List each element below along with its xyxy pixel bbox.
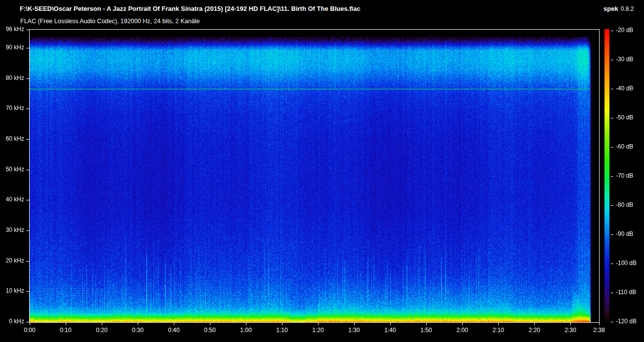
time-tick-label: 0:10 bbox=[55, 327, 77, 334]
legend-tick-label: -100 dB bbox=[616, 260, 637, 266]
frequency-tick bbox=[26, 109, 29, 109]
time-tick bbox=[138, 323, 138, 325]
frequency-tick bbox=[26, 78, 29, 79]
time-tick bbox=[282, 323, 282, 325]
time-tick bbox=[390, 323, 391, 325]
legend-tick-label: -110 dB bbox=[616, 289, 636, 296]
legend-tick bbox=[611, 89, 613, 89]
time-tick bbox=[246, 323, 246, 325]
legend-tick bbox=[611, 205, 613, 206]
time-tick-label: 2:30 bbox=[560, 327, 581, 334]
legend-tick bbox=[611, 60, 613, 60]
app-version: 0.8.2 bbox=[621, 5, 634, 12]
time-tick-label: 1:50 bbox=[415, 327, 437, 334]
legend-tick bbox=[611, 118, 613, 118]
legend-tick bbox=[611, 31, 613, 31]
time-tick-label: 1:10 bbox=[271, 327, 293, 334]
frequency-tick bbox=[26, 30, 29, 30]
frequency-tick-label: 50 kHz bbox=[0, 166, 24, 173]
time-tick-label: 0:50 bbox=[199, 327, 221, 334]
time-tick-label: 0:00 bbox=[19, 327, 40, 334]
legend-tick-label: -30 dB bbox=[616, 56, 633, 63]
time-tick bbox=[174, 323, 174, 325]
app-name: spek bbox=[604, 5, 618, 12]
frequency-tick-label: 40 kHz bbox=[0, 196, 24, 203]
time-tick bbox=[210, 323, 210, 325]
legend-tick-label: -70 dB bbox=[616, 172, 633, 179]
frequency-tick bbox=[26, 170, 29, 170]
time-tick-label: 1:40 bbox=[379, 327, 401, 334]
time-tick-label: 2:38 bbox=[588, 327, 610, 334]
time-tick bbox=[534, 323, 535, 325]
time-tick bbox=[318, 323, 319, 325]
frequency-tick-label: 60 kHz bbox=[0, 135, 24, 142]
time-tick bbox=[570, 323, 571, 325]
frequency-tick-label: 30 kHz bbox=[0, 227, 24, 233]
time-tick-label: 0:20 bbox=[91, 327, 113, 334]
time-tick bbox=[599, 323, 600, 325]
frequency-tick bbox=[26, 230, 29, 231]
spek-window: F:\K-SEED\Oscar Peterson - A Jazz Portra… bbox=[0, 0, 644, 342]
frequency-tick bbox=[26, 200, 29, 200]
legend-colorbar bbox=[604, 29, 609, 322]
frequency-tick-label: 70 kHz bbox=[0, 105, 24, 112]
frequency-tick-label: 10 kHz bbox=[0, 287, 24, 294]
time-tick-label: 1:00 bbox=[235, 327, 257, 334]
legend-tick-label: -90 dB bbox=[616, 230, 633, 237]
time-tick-label: 2:10 bbox=[487, 327, 509, 334]
legend-tick-label: -80 dB bbox=[616, 201, 633, 208]
legend-tick bbox=[611, 176, 613, 177]
frequency-tick bbox=[26, 261, 29, 262]
time-tick-label: 1:20 bbox=[307, 327, 329, 334]
frequency-tick-label: 90 kHz bbox=[0, 44, 24, 51]
legend-tick-label: -20 dB bbox=[616, 27, 633, 34]
time-tick bbox=[102, 323, 102, 325]
legend-tick-label: -50 dB bbox=[616, 114, 633, 121]
spectrogram-canvas bbox=[30, 30, 599, 322]
time-tick-label: 2:00 bbox=[451, 327, 473, 334]
time-tick bbox=[426, 323, 427, 325]
time-tick bbox=[354, 323, 355, 325]
frequency-tick bbox=[26, 322, 29, 322]
legend-tick-label: -40 dB bbox=[616, 85, 633, 92]
frequency-tick-label: 20 kHz bbox=[0, 257, 24, 264]
time-tick bbox=[498, 323, 499, 325]
app-version-badge: spek0.8.2 bbox=[604, 5, 634, 12]
frequency-tick bbox=[26, 139, 29, 140]
legend-tick-label: -60 dB bbox=[616, 143, 633, 150]
time-tick-label: 0:40 bbox=[163, 327, 185, 334]
legend-tick bbox=[611, 147, 613, 148]
time-tick bbox=[66, 323, 66, 325]
legend-tick bbox=[611, 293, 613, 293]
legend-tick bbox=[611, 264, 613, 264]
time-tick-label: 1:30 bbox=[343, 327, 365, 334]
legend-tick bbox=[611, 234, 613, 235]
frequency-tick bbox=[26, 291, 29, 292]
audio-format-info: FLAC (Free Lossless Audio Codec), 192000… bbox=[20, 18, 200, 25]
time-tick bbox=[30, 323, 30, 325]
legend-tick-label: -120 dB bbox=[616, 318, 637, 325]
time-tick bbox=[462, 323, 463, 325]
frequency-tick-label: 0 kHz bbox=[0, 318, 24, 325]
time-tick-label: 0:30 bbox=[127, 327, 149, 334]
file-path-title: F:\K-SEED\Oscar Peterson - A Jazz Portra… bbox=[20, 5, 361, 12]
frequency-tick bbox=[26, 48, 29, 48]
time-tick-label: 2:20 bbox=[523, 327, 545, 334]
legend-tick bbox=[611, 322, 613, 322]
frequency-tick-label: 96 kHz bbox=[0, 26, 24, 33]
frequency-tick-label: 80 kHz bbox=[0, 75, 24, 81]
